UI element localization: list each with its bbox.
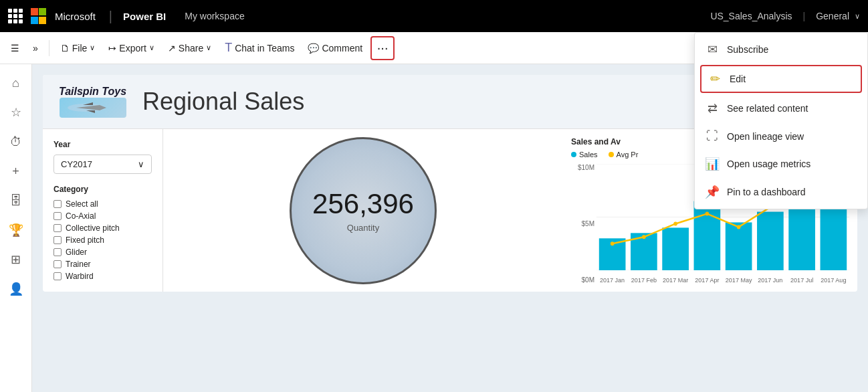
brand-logo: Tailspin Toys [59,86,126,118]
export-button[interactable]: ↦ Export ∨ [103,39,159,58]
list-item[interactable]: Warbird [53,272,152,281]
more-options-button[interactable]: ··· [370,36,395,60]
share-button[interactable]: ↗ Share ∨ [162,39,217,58]
category-label: Category [53,185,152,194]
x-label-jul: 2017 Jul [786,277,818,284]
sidebar-item-favorites[interactable]: ☆ [3,99,29,126]
comment-button[interactable]: 💬 Comment [302,39,368,58]
year-filter: Year CY2017 ∨ [53,140,152,174]
edit-label: Edit [730,74,746,84]
share-label: Share [179,43,203,54]
report-name: US_Sales_Analysis [710,11,792,21]
category-filter: Category Select all Co-Axial Collective … [53,185,152,281]
trainer-label: Trainer [66,260,91,269]
list-item[interactable]: Co-Axial [53,211,152,221]
bar-mar [662,227,689,270]
pin-dashboard-item[interactable]: 📌 Pin to a dashboard [695,178,867,206]
top-bar: Microsoft | Power BI My workspace US_Sal… [0,0,868,32]
sidebar-item-apps[interactable]: ⊞ [3,246,29,273]
report-title: Regional Sales [142,88,304,116]
x-label-feb: 2017 Feb [628,277,659,284]
legend-sales: Sales [571,151,598,159]
forward-button[interactable]: » [27,39,43,58]
file-chevron-icon: ∨ [90,43,95,52]
related-content-icon: ⇄ [706,101,719,116]
select-all-checkbox[interactable] [53,200,62,208]
file-button[interactable]: 🗋 File ∨ [55,39,101,58]
powerbi-label: Power BI [123,11,166,22]
related-content-item[interactable]: ⇄ See related content [695,94,867,122]
usage-metrics-icon: 📊 [706,157,719,171]
view-chevron-icon[interactable]: ∨ [855,12,860,21]
dot-jan [611,241,615,246]
microsoft-logo-icon [31,8,47,24]
sidebar-item-create[interactable]: + [3,158,29,185]
dot-apr [706,212,710,216]
year-chevron-icon: ∨ [138,159,144,169]
workspace-label: My workspace [185,11,702,21]
list-item[interactable]: Trainer [53,260,152,269]
sidebar-item-goals[interactable]: 🏆 [3,217,29,243]
more-options-dropdown: ✉ Subscribe ✏ Edit ⇄ See related content… [694,32,868,209]
list-item[interactable]: Fixed pitch [53,235,152,245]
gauge-value: 256,396 [312,188,414,220]
collective-checkbox[interactable] [53,224,62,232]
year-dropdown[interactable]: CY2017 ∨ [53,155,152,174]
waffle-icon[interactable] [8,9,23,23]
legend-sales-dot [571,152,576,157]
list-item[interactable]: Collective pitch [53,223,152,233]
chat-teams-button[interactable]: T Chat in Teams [219,37,300,59]
toolbar: ☰ » 🗋 File ∨ ↦ Export ∨ ↗ Share ∨ T Chat… [0,32,868,64]
x-label-may: 2017 May [723,277,754,284]
sidebar-item-data[interactable]: 🗄 [3,187,29,214]
export-chevron-icon: ∨ [149,43,154,52]
sidebar-item-profile[interactable]: 👤 [3,276,29,302]
select-all-label: Select all [66,199,98,209]
trainer-checkbox[interactable] [53,260,62,268]
warbird-checkbox[interactable] [53,272,62,280]
usage-metrics-item[interactable]: 📊 Open usage metrics [695,150,867,178]
gauge-visual: 256,396 Quantity [290,137,437,284]
lineage-item[interactable]: ⛶ Open lineage view [695,122,867,150]
fixed-checkbox[interactable] [53,236,62,244]
y-label-0m: $0M [571,276,594,284]
related-content-label: See related content [727,103,808,114]
coaxial-checkbox[interactable] [53,212,62,220]
legend-avg-dot [609,152,614,157]
pin-label: Pin to a dashboard [727,187,806,197]
dot-may [737,225,741,229]
hamburger-button[interactable]: ☰ [5,39,25,58]
warbird-label: Warbird [66,272,94,281]
year-label: Year [53,140,152,149]
sidebar: ⌂ ☆ ⏱ + 🗄 🏆 ⊞ 👤 [0,64,32,392]
y-label-10m: $10M [571,164,594,171]
file-icon: 🗋 [60,43,70,54]
export-icon: ↦ [108,43,116,54]
list-item[interactable]: Glider [53,248,152,257]
dot-feb [642,235,646,239]
separator-1 [49,40,49,56]
more-options-icon: ··· [377,40,389,56]
subscribe-label: Subscribe [727,44,768,55]
sidebar-item-home[interactable]: ⌂ [3,70,29,96]
edit-icon: ✏ [708,72,722,86]
fixed-label: Fixed pitch [66,235,104,245]
legend-sales-label: Sales [579,151,598,159]
glider-label: Glider [66,248,87,257]
comment-icon: 💬 [308,43,319,54]
edit-item[interactable]: ✏ Edit [700,65,862,93]
subscribe-icon: ✉ [706,42,719,57]
glider-checkbox[interactable] [53,248,62,256]
list-item[interactable]: Select all [53,199,152,209]
x-label-aug: 2017 Aug [818,277,849,284]
comment-label: Comment [322,43,362,54]
bar-may [726,222,752,270]
export-label: Export [119,43,146,54]
x-label-jun: 2017 Jun [754,277,786,284]
dot-mar [673,221,677,225]
brand-image [60,98,126,118]
pin-icon: 📌 [706,185,719,199]
lineage-icon: ⛶ [706,129,719,143]
sidebar-item-history[interactable]: ⏱ [3,128,29,155]
subscribe-item[interactable]: ✉ Subscribe [695,35,867,64]
